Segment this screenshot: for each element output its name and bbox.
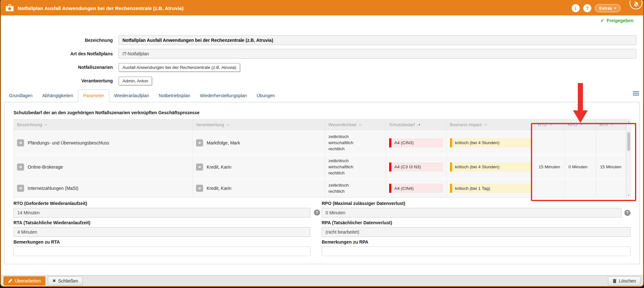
wesentlichkeit-cell: zeitkritisch wirtschaftlich rechtlich xyxy=(325,155,386,179)
mta-cell xyxy=(596,179,626,197)
rto-cell: 15 Minuten xyxy=(535,155,565,179)
rta-group: RTA (Tatsächliche Wiederanlaufzeit) 4 Mi… xyxy=(13,220,310,237)
info-icon[interactable]: i xyxy=(572,4,580,12)
process-name[interactable]: Internetzahlungen (MaSI) xyxy=(28,186,78,191)
list-view-icon[interactable] xyxy=(632,90,640,98)
status-badge: Freigegeben xyxy=(607,18,633,23)
schutzbedarf-badge: A4 (CIN4) xyxy=(389,184,443,193)
header-actions: i ? Extras ▾ xyxy=(572,4,621,12)
rto-group: RTO (Geforderte Wiederanlaufzeit) 14 Min… xyxy=(13,201,310,218)
chevron-down-icon: ▾ xyxy=(614,6,616,10)
open-record-icon[interactable] xyxy=(17,163,24,171)
sort-icon: ▴▾ xyxy=(611,124,613,126)
column-header-wesentlichkeit[interactable]: Wesentlichkeit▴▾ xyxy=(325,119,386,130)
open-record-icon[interactable] xyxy=(196,163,203,171)
notifications-off-button[interactable] xyxy=(630,0,642,9)
sort-icon-active: ▴▾ xyxy=(417,124,420,126)
mta-cell xyxy=(596,131,626,154)
left-column: RTO (Geforderte Wiederanlaufzeit) 14 Min… xyxy=(13,201,310,259)
form-row-verantwortung: Verantwortung Admin, Anton xyxy=(1,76,643,86)
art-des-notfallplans-field[interactable]: IT-Notfallplan xyxy=(119,49,636,59)
rpo-cell xyxy=(565,179,596,197)
column-header-verantwortung[interactable]: Verantwortung▴▾ xyxy=(193,119,325,130)
schutzbedarf-cell: A4 (CIN3) xyxy=(386,131,447,154)
rto-field[interactable]: 14 Minuten xyxy=(13,208,310,218)
sort-icon: ▴▾ xyxy=(359,124,362,126)
tab-parameter[interactable]: Parameter xyxy=(78,89,109,102)
schutzbedarf-cell: A4 (CIN4) xyxy=(386,179,447,197)
rpo-group: RPO (Maximal zulässiger Datenverlust) 0 … xyxy=(322,201,631,218)
open-record-icon[interactable] xyxy=(17,185,24,192)
loeschen-button[interactable]: Löschen xyxy=(608,276,640,285)
business-impact-cell: kritisch (bei 4 Stunden) xyxy=(447,155,535,179)
bemerkungen-rta-field[interactable] xyxy=(13,246,310,256)
verantwortung-label: Verantwortung xyxy=(1,78,113,83)
open-record-icon[interactable] xyxy=(17,139,24,146)
scroll-up-icon[interactable]: ▲ xyxy=(626,120,631,123)
open-record-icon[interactable] xyxy=(196,185,203,192)
scrollbar-thumb[interactable] xyxy=(627,132,630,151)
column-header-rto[interactable]: RTO▴▾ xyxy=(535,119,565,130)
first-aid-kit-icon xyxy=(5,5,14,12)
tab-notbetriebsplan[interactable]: Notbetriebsplan xyxy=(154,90,195,102)
action-bar: Überarbeiten ✖ Schließen Löschen xyxy=(1,275,643,286)
verantwortung-chip[interactable]: Admin, Anton xyxy=(119,77,152,85)
business-impact-badge: kritisch (bei 4 Stunden) xyxy=(450,163,531,172)
rto-cell xyxy=(535,179,565,197)
app-window: Notfallplan Ausfall Anwendungen bei der … xyxy=(0,0,644,287)
sort-icon: ▴▾ xyxy=(227,124,229,126)
notfallszenario-chip[interactable]: Ausfall Anwendungen bei der Rechenzentra… xyxy=(119,63,240,72)
status-row: ✔ Freigegeben xyxy=(1,15,643,26)
wesentlichkeit-cell: zeitkritisch rechtlich xyxy=(325,179,386,197)
rta-label: RTA (Tatsächliche Wiederanlaufzeit) xyxy=(13,220,310,225)
business-impact-cell: kritisch (bei 1 Tag) xyxy=(447,179,535,197)
bemerkungen-rpa-label: Bemerkungen zu RPA xyxy=(322,239,631,245)
right-column: RPO (Maximal zulässiger Datenverlust) 0 … xyxy=(322,201,631,259)
tab-bar: Grundlagen Abhängigkeiten Parameter Wied… xyxy=(1,89,643,102)
processes-table: Bezeichnung▴▾ Verantwortung▴▾ Wesentlich… xyxy=(13,119,631,198)
rto-help-icon[interactable]: ? xyxy=(314,209,320,216)
tab-grundlagen[interactable]: Grundlagen xyxy=(4,90,37,102)
tab-abhaengigkeiten[interactable]: Abhängigkeiten xyxy=(37,90,78,102)
close-icon: ✖ xyxy=(52,278,56,283)
column-header-bezeichnung[interactable]: Bezeichnung▴▾ xyxy=(14,119,193,130)
process-name[interactable]: Pfändungs- und Überweisungsbeschluss xyxy=(28,140,109,145)
plan-form: Bezeichnung Notfallplan Ausfall Anwendun… xyxy=(1,26,643,86)
open-record-icon[interactable] xyxy=(196,139,203,146)
scroll-down-icon[interactable]: ▼ xyxy=(626,194,631,196)
rto-label: RTO (Geforderte Wiederanlaufzeit) xyxy=(13,201,310,206)
wesentlichkeit-cell: zeitkritisch wirtschaftlich rechtlich xyxy=(325,131,386,154)
rpa-label: RPA (Tatsächlicher Datenverlust) xyxy=(322,220,631,225)
responsible-name[interactable]: Kredit, Karin xyxy=(207,186,231,191)
schliessen-button[interactable]: ✖ Schließen xyxy=(48,276,83,285)
help-icon[interactable]: ? xyxy=(583,4,591,12)
bemerkungen-rpa-field[interactable] xyxy=(322,246,631,256)
column-header-business-impact[interactable]: Business Impact▴▾ xyxy=(447,119,535,130)
app-header: Notfallplan Ausfall Anwendungen bei der … xyxy=(1,1,643,15)
trash-icon xyxy=(613,279,617,283)
schutzbedarf-badge: A4 (C3 I3 N3) xyxy=(389,163,443,172)
tab-wiederanlaufplan[interactable]: Wiederanlaufplan xyxy=(109,90,154,102)
rpo-help-icon[interactable]: ? xyxy=(624,210,631,216)
table-row: Pfändungs- und Überweisungsbeschluss Mar… xyxy=(14,130,626,154)
table-scrollbar[interactable]: ▲ ▼ xyxy=(626,119,631,197)
column-header-schutzbedarf[interactable]: Schutzbedarf▴▾ xyxy=(386,119,447,130)
tab-wiederherstellungsplan[interactable]: Wiederherstellungsplan xyxy=(195,90,252,102)
responsible-name[interactable]: Kredit, Karin xyxy=(207,164,231,170)
tab-uebungen[interactable]: Übungen xyxy=(252,90,280,102)
check-icon: ✔ xyxy=(600,18,604,23)
rta-field[interactable]: 4 Minuten xyxy=(13,227,310,237)
bemerkungen-rta-group: Bemerkungen zu RTA xyxy=(13,239,310,256)
rpa-field[interactable]: (nicht bearbeitet) xyxy=(322,227,631,237)
responsible-name[interactable]: Marktfolge, Mark xyxy=(207,140,240,145)
schutzbedarf-cell: A4 (C3 I3 N3) xyxy=(386,155,447,179)
ueberarbeiten-button[interactable]: Überarbeiten xyxy=(4,276,45,285)
pencil-icon xyxy=(8,279,13,283)
process-name[interactable]: Online-Brokerage xyxy=(28,164,63,170)
rpo-field[interactable]: 0 Minuten xyxy=(322,208,622,218)
column-header-rpo[interactable]: RPO▴▾ xyxy=(565,119,596,130)
column-header-mta[interactable]: MTA▴▾ xyxy=(596,119,626,130)
extras-button[interactable]: Extras ▾ xyxy=(595,4,621,12)
bezeichnung-field[interactable]: Notfallplan Ausfall Anwendungen bei der … xyxy=(119,35,636,45)
business-impact-cell: kritisch (bei 4 Stunden) xyxy=(447,131,535,154)
